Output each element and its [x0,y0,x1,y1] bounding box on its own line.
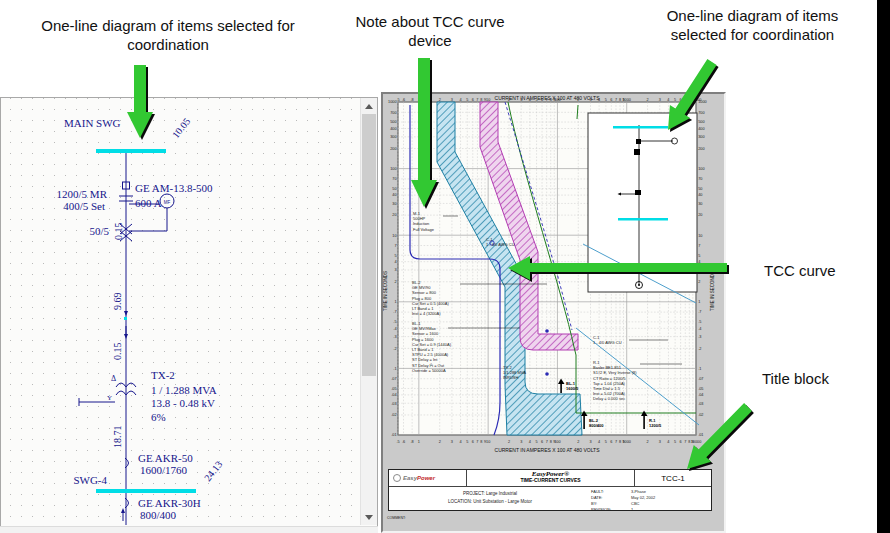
inrush-point [545,329,549,333]
svg-text:.5: .5 [698,320,701,324]
svg-text:30: 30 [392,202,396,206]
svg-text:7: 7 [684,440,686,444]
label-imp-2413: 24.13 [202,459,225,484]
svg-text:5: 5 [605,98,607,102]
label-amps: 600 A [135,197,162,209]
easypower-logo: EasyPower [389,470,467,486]
svg-text:50: 50 [392,187,396,191]
vertical-scrollbar[interactable] [360,98,377,525]
black-border-strip [877,0,890,533]
scroll-down-button[interactable] [361,509,377,525]
label-tx-mva: 1 / 1.288 MVA [151,384,217,396]
node-dot [124,317,127,320]
svg-text:7: 7 [394,244,396,248]
svg-text:.07: .07 [391,377,396,381]
svg-text:.1: .1 [698,367,701,371]
svg-text:50: 50 [698,187,702,191]
svg-text:2: 2 [508,98,510,102]
svg-text:8: 8 [619,440,621,444]
svg-text:700: 700 [698,111,704,115]
svg-text:2: 2 [394,280,396,284]
svg-text:100: 100 [554,98,560,102]
svg-text:3: 3 [451,440,453,444]
tutorial-screenshot: One-line diagram of items selected forco… [0,0,890,533]
svg-text:4: 4 [529,98,531,102]
horizontal-scrollbar[interactable] [0,526,378,533]
wye-symbol: Y [107,394,112,402]
svg-text:6: 6 [472,98,474,102]
label-tx2-inrush: TX-21/1.288 MVAINRUSH [503,365,526,381]
sheet-number: TCC-1 [634,470,711,486]
svg-text:5: 5 [536,440,538,444]
svg-text:1000: 1000 [622,440,630,444]
svg-text:1: 1 [418,98,420,102]
title-block: EasyPower EasyPower® TIME-CURRENT CURVES… [388,469,712,511]
svg-text:300: 300 [390,135,396,139]
svg-text:2: 2 [577,98,579,102]
comment-label: COMMENT: [387,516,406,520]
svg-text:70: 70 [392,177,396,181]
svg-text:4: 4 [667,440,669,444]
svg-text:4: 4 [598,98,600,102]
svg-text:8: 8 [550,98,552,102]
svg-text:10: 10 [486,98,490,102]
svg-text:.4: .4 [698,327,701,331]
svg-text:400: 400 [698,127,704,131]
svg-text:4: 4 [460,440,462,444]
oneline-diagram-panel[interactable]: MAIN SWG 10.05 GE AM-13.8-500 1200/5 MR … [0,97,378,526]
svg-text:5: 5 [466,98,468,102]
chevron-down-icon [365,515,373,520]
inset-bus-top [613,126,668,129]
tcc-chart: CURRENT IN AMPERES X 100 AT 480 VOLTS CU… [383,95,724,461]
label-imp-015a: 0.15 [113,223,124,241]
svg-text:.1: .1 [393,367,396,371]
svg-text:.5: .5 [396,440,399,444]
logo-text-power: Power [417,475,435,481]
svg-text:.3: .3 [698,335,701,339]
svg-text:3: 3 [589,440,591,444]
label-bkr50: GE AKR-50 [138,452,193,464]
svg-text:3: 3 [659,440,661,444]
svg-text:4: 4 [698,260,700,264]
svg-text:1: 1 [418,440,420,444]
svg-text:.2: .2 [393,347,396,351]
svg-text:10: 10 [698,234,702,238]
svg-text:5: 5 [605,440,607,444]
svg-text:4: 4 [460,98,462,102]
svg-text:200: 200 [698,147,704,151]
svg-text:1000: 1000 [622,98,630,102]
svg-text:10: 10 [392,234,396,238]
svg-text:.6: .6 [402,98,405,102]
scroll-up-button[interactable] [361,98,377,114]
label-bkr50-rating: 1600/1760 [140,464,188,476]
tcc-plot-panel[interactable]: CURRENT IN AMPERES X 100 AT 480 VOLTS CU… [381,92,726,533]
label-imp-969: 9.69 [112,293,123,311]
svg-text:5: 5 [394,254,396,258]
svg-text:.3: .3 [393,335,396,339]
svg-text:5: 5 [466,440,468,444]
bus-swg4 [96,489,196,493]
svg-text:4: 4 [529,440,531,444]
axis-title-left: TIME IN SECONDS [383,271,388,311]
inset-bus-low [618,218,668,221]
svg-text:30: 30 [698,202,702,206]
label-c1-left: C-11 - 4/0 AWG CU [486,237,515,247]
location-line: LOCATION: Unit Substation - Large Motor [389,498,591,506]
label-bl1: BL-1GE MV/9MaxSensor = 1600Plug = 1600Cu… [412,321,451,373]
svg-text:5: 5 [698,254,700,258]
oneline-diagram-canvas: MAIN SWG 10.05 GE AM-13.8-500 1200/5 MR … [1,98,361,525]
svg-text:8: 8 [550,440,552,444]
svg-text:.6: .6 [402,440,405,444]
svg-text:.03: .03 [391,402,396,406]
svg-text:1: 1 [698,300,700,304]
flag-bl2: BL-2800/400 [589,418,603,428]
svg-text:6: 6 [610,98,612,102]
label-tx-kv: 13.8 - 0.48 kV [151,397,215,409]
inrush-point2 [545,372,549,376]
delta-symbol: Δ [111,374,116,383]
svg-text:2: 2 [647,440,649,444]
scrollbar-thumb[interactable] [362,114,376,376]
flag-bl1: BL-11600/5 [566,381,578,391]
svg-text:2: 2 [577,440,579,444]
label-bkr30-rating: 800/400 [140,509,177,521]
